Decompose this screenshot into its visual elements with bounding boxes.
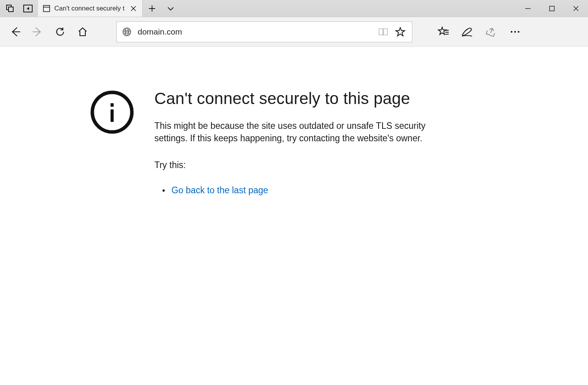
error-heading: Can't connect securely to this page [154, 89, 457, 108]
tab-actions-icon[interactable] [2, 0, 18, 17]
svg-rect-3 [43, 5, 50, 12]
error-description: This might be because the site uses outd… [154, 120, 457, 144]
error-page: Can't connect securely to this page This… [0, 47, 588, 196]
minimize-button[interactable] [516, 0, 540, 17]
refresh-button[interactable] [49, 21, 71, 43]
url-input[interactable] [138, 27, 375, 36]
titlebar: Can't connect securely t [0, 0, 588, 17]
back-button[interactable] [4, 21, 26, 43]
notes-button[interactable] [455, 21, 479, 43]
set-aside-tabs-icon[interactable] [20, 0, 36, 17]
svg-point-13 [511, 31, 512, 32]
favorite-button[interactable] [392, 23, 409, 40]
tab-page-icon [43, 5, 50, 12]
window-controls [516, 0, 588, 17]
reading-view-button[interactable] [375, 23, 392, 40]
svg-rect-6 [550, 6, 554, 11]
toolbar-right [431, 21, 527, 43]
svg-point-15 [518, 31, 519, 32]
browser-tab[interactable]: Can't connect securely t [38, 0, 143, 17]
navigation-toolbar [0, 17, 588, 47]
share-button[interactable] [479, 21, 503, 43]
address-bar[interactable] [116, 21, 412, 42]
go-back-link[interactable]: Go back to the last page [171, 185, 268, 195]
new-tab-button[interactable] [143, 0, 161, 17]
tab-strip-actions [143, 0, 180, 17]
list-item: Go back to the last page [162, 185, 457, 196]
forward-button [26, 21, 49, 43]
titlebar-left [0, 0, 38, 17]
error-body: Can't connect securely to this page This… [154, 89, 457, 196]
svg-point-14 [514, 31, 516, 32]
tab-dropdown-button[interactable] [161, 0, 180, 17]
home-button[interactable] [71, 21, 94, 43]
close-window-button[interactable] [564, 0, 588, 17]
settings-menu-button[interactable] [503, 21, 527, 43]
suggestion-list: Go back to the last page [154, 185, 457, 196]
svg-rect-1 [9, 7, 13, 12]
svg-rect-18 [111, 109, 114, 122]
maximize-button[interactable] [540, 0, 564, 17]
site-info-icon[interactable] [122, 27, 131, 36]
favorites-hub-button[interactable] [431, 21, 455, 43]
svg-rect-17 [111, 103, 114, 107]
try-this-label: Try this: [154, 160, 457, 170]
titlebar-spacer [180, 0, 516, 17]
tab-title: Can't connect securely t [54, 5, 125, 12]
info-icon [89, 89, 135, 135]
tab-close-button[interactable] [128, 3, 138, 14]
